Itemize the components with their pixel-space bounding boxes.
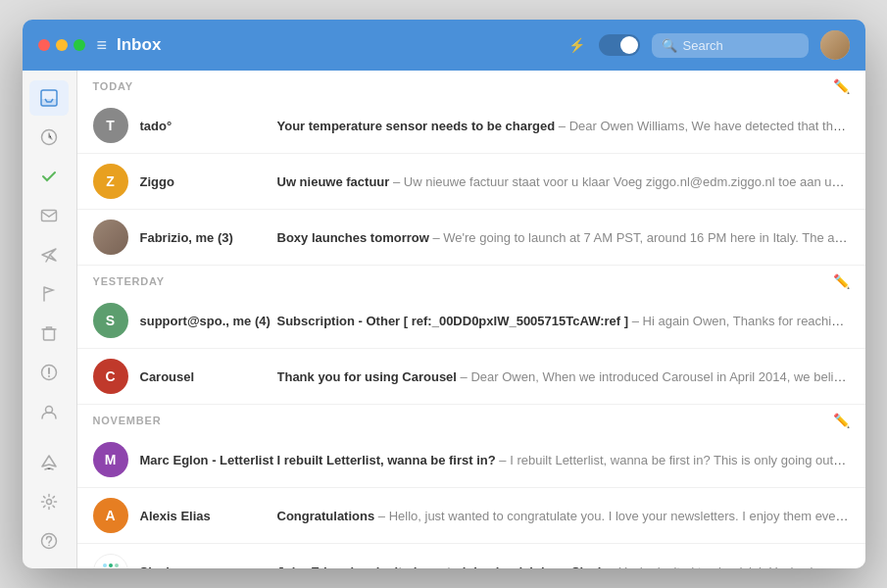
sender-tado: tado° — [140, 119, 277, 133]
email-row-support[interactable]: S support@spo., me (4) Subscription - Ot… — [77, 293, 865, 349]
help-icon — [40, 532, 58, 550]
email-body-support: Subscription - Other [ ref:_00DD0pxIW_50… — [277, 314, 850, 328]
email-subject-carousel: Thank you for using Carousel — [277, 369, 457, 384]
sidebar-item-inbox[interactable] — [29, 80, 69, 116]
traffic-lights — [38, 39, 85, 51]
avatar-slack — [93, 554, 128, 568]
email-row-fabrizio[interactable]: Fabrizio, me (3) Boxy launches tomorrow … — [77, 210, 865, 266]
email-preview-alexis: – Hello, just wanted to congratulate you… — [378, 509, 850, 523]
flag-icon — [40, 285, 58, 303]
title-bar-actions: ⚡ 🔍 Search — [568, 30, 850, 60]
sender-slack: Slack — [140, 564, 277, 569]
email-body-slack: John Edgar has invited you to join cloud… — [277, 564, 850, 569]
email-subject-alexis: Congratulations — [277, 509, 375, 523]
sender-fabrizio: Fabrizio, me (3) — [140, 230, 277, 245]
search-icon: 🔍 — [662, 38, 677, 53]
sidebar-item-mail[interactable] — [29, 198, 69, 233]
svg-point-6 — [48, 375, 50, 377]
plane-icon — [40, 454, 58, 471]
sidebar-item-contacts[interactable] — [29, 394, 69, 429]
email-body-fabrizio: Boxy launches tomorrow – We're going to … — [277, 230, 850, 245]
sidebar-item-trash[interactable] — [29, 316, 69, 351]
sidebar-item-settings[interactable] — [29, 484, 69, 519]
email-row-slack[interactable]: Slack John Edgar has invited you to join… — [77, 544, 865, 568]
avatar-image — [820, 30, 850, 60]
email-list: TODAY ✏️ T tado° Your temperature sensor… — [77, 71, 865, 568]
sidebar-item-sent[interactable] — [29, 237, 69, 272]
svg-rect-3 — [42, 211, 57, 221]
window-title: Inbox — [117, 35, 567, 55]
email-preview-slack: – You're invited to cloudclub You've bee… — [609, 564, 850, 569]
section-yesterday-action[interactable]: ✏️ — [833, 273, 850, 289]
sender-marc: Marc Eglon - Letterlist — [140, 453, 277, 467]
sidebar-item-flagged[interactable] — [29, 276, 69, 312]
gear-icon — [40, 493, 58, 511]
avatar-ziggo: Z — [93, 164, 128, 199]
clock-icon — [40, 128, 58, 146]
search-placeholder: Search — [683, 38, 723, 53]
email-body-marc: I rebuilt Letterlist, wanna be first in?… — [277, 453, 850, 467]
email-subject-fabrizio: Boxy launches tomorrow — [277, 230, 429, 245]
contact-icon — [40, 403, 58, 420]
title-bar: ≡ Inbox ⚡ 🔍 Search — [23, 20, 865, 71]
sidebar-item-travel[interactable] — [29, 445, 69, 480]
section-today: TODAY ✏️ — [77, 71, 865, 98]
avatar-carousel: C — [93, 359, 128, 394]
svg-rect-16 — [115, 564, 119, 567]
section-november: NOVEMBER ✏️ — [77, 405, 865, 432]
avatar-tado: T — [93, 108, 128, 143]
email-preview-ziggo: – Uw nieuwe factuur staat voor u klaar V… — [393, 174, 850, 189]
lightning-icon: ⚡ — [568, 37, 585, 53]
email-subject-tado: Your temperature sensor needs to be char… — [277, 119, 556, 133]
email-row-tado[interactable]: T tado° Your temperature sensor needs to… — [77, 98, 865, 154]
email-row-marc[interactable]: M Marc Eglon - Letterlist I rebuilt Lett… — [77, 432, 865, 488]
email-row-carousel[interactable]: C Carousel Thank you for using Carousel … — [77, 349, 865, 405]
svg-point-8 — [47, 500, 52, 505]
main-content: TODAY ✏️ T tado° Your temperature sensor… — [23, 71, 865, 568]
maximize-button[interactable] — [74, 39, 85, 51]
section-yesterday-label: YESTERDAY — [93, 275, 165, 287]
sidebar-item-done[interactable] — [29, 159, 69, 194]
email-preview-marc: – I rebuilt Letterlist, wanna be first i… — [499, 453, 849, 467]
sidebar-item-spam[interactable] — [29, 355, 69, 390]
avatar-support: S — [93, 303, 128, 338]
app-window: ≡ Inbox ⚡ 🔍 Search — [23, 20, 865, 568]
section-today-label: TODAY — [93, 80, 133, 92]
svg-rect-15 — [103, 564, 107, 567]
section-november-label: NOVEMBER — [93, 415, 162, 426]
sender-carousel: Carousel — [140, 369, 277, 384]
user-avatar[interactable] — [820, 30, 850, 60]
section-november-action[interactable]: ✏️ — [833, 413, 850, 428]
email-body-ziggo: Uw nieuwe factuur – Uw nieuwe factuur st… — [277, 174, 850, 189]
email-row-alexis[interactable]: A Alexis Elias Congratulations – Hello, … — [77, 488, 865, 544]
svg-rect-12 — [109, 564, 113, 567]
mail-icon — [40, 207, 58, 224]
svg-rect-4 — [44, 329, 55, 340]
email-body-carousel: Thank you for using Carousel – Dear Owen… — [277, 369, 850, 384]
check-icon — [40, 168, 58, 185]
section-today-action[interactable]: ✏️ — [833, 78, 850, 94]
avatar-marc: M — [93, 442, 128, 477]
avatar-fabrizio — [93, 220, 128, 255]
close-button[interactable] — [38, 39, 50, 51]
focus-toggle[interactable] — [599, 34, 640, 56]
sidebar-item-help[interactable] — [29, 523, 69, 559]
search-bar[interactable]: 🔍 Search — [652, 33, 809, 58]
minimize-button[interactable] — [56, 39, 68, 51]
menu-icon[interactable]: ≡ — [97, 36, 108, 54]
email-preview-tado: – Dear Owen Williams, We have detected t… — [559, 119, 850, 133]
email-body-alexis: Congratulations – Hello, just wanted to … — [277, 509, 850, 523]
email-row-ziggo[interactable]: Z Ziggo Uw nieuwe factuur – Uw nieuwe fa… — [77, 154, 865, 210]
email-preview-support: – Hi again Owen, Thanks for reaching bac… — [632, 314, 850, 328]
email-subject-support: Subscription - Other [ ref:_00DD0pxIW_50… — [277, 314, 629, 328]
email-preview-carousel: – Dear Owen, When we introduced Carousel… — [461, 369, 850, 384]
sidebar — [23, 71, 77, 568]
avatar-alexis: A — [93, 498, 128, 533]
sidebar-item-later[interactable] — [29, 120, 69, 155]
sender-alexis: Alexis Elias — [140, 509, 277, 523]
email-body-tado: Your temperature sensor needs to be char… — [277, 119, 850, 133]
section-yesterday: YESTERDAY ✏️ — [77, 266, 865, 293]
email-subject-marc: I rebuilt Letterlist, wanna be first in? — [277, 453, 496, 467]
toggle-knob — [620, 36, 638, 54]
email-subject-ziggo: Uw nieuwe factuur — [277, 174, 390, 189]
